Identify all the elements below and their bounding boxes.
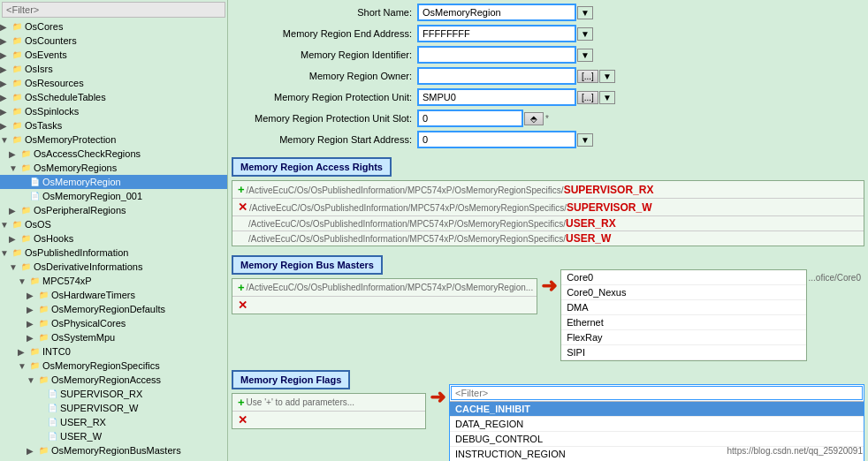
flags-remove-row: ✕ (232, 412, 425, 428)
sidebar-item-ossystemmpu[interactable]: ▶ 📁 OsSystemMpu (0, 330, 227, 344)
access-add-btn[interactable]: + (236, 182, 247, 197)
sidebar-item-oshardwaretimers[interactable]: ▶ 📁 OsHardwareTimers (0, 288, 227, 302)
access-remove-btn[interactable]: ✕ (236, 200, 249, 215)
sidebar-item-supervisor_w[interactable]: 📄 SUPERVISOR_W (0, 401, 227, 415)
folder-icon: 📁 (11, 20, 23, 33)
tree-item-label: OsTasks (25, 120, 62, 131)
filter-bar[interactable]: <Filter> (2, 2, 225, 18)
folder-icon: 📁 (19, 162, 32, 174)
sidebar-item-osresources[interactable]: ▶ 📁 OsResources (0, 76, 227, 90)
sidebar-item-osevents[interactable]: ▶ 📁 OsEvents (0, 48, 227, 62)
identifier-input-group: ▼ (417, 46, 864, 64)
sidebar-item-osmemoryregiondefaults[interactable]: ▶ 📁 OsMemoryRegionDefaults (0, 302, 227, 316)
bus-master-item-flexray[interactable]: FlexRay (561, 330, 805, 345)
flags-filter-input[interactable] (451, 386, 863, 400)
bus-masters-dropdown: Core0Core0_NexusDMAEthernetFlexRaySIPI (560, 269, 806, 361)
end-address-dropdown[interactable]: ▼ (577, 27, 593, 41)
bus-master-item-core0[interactable]: Core0 (561, 270, 805, 285)
bus-master-item-core0_nexus[interactable]: Core0_Nexus (561, 285, 805, 300)
sidebar-item-osmemoryregionspecifics[interactable]: ▼ 📁 OsMemoryRegionSpecifics (0, 359, 227, 373)
bus-master-add-btn[interactable]: + (236, 280, 247, 295)
sidebar-item-mpc574xp[interactable]: ▼ 📁 MPC574xP (0, 274, 227, 288)
tree-item-label: OsMemoryProtection (25, 134, 116, 145)
folder-icon: 📁 (11, 63, 23, 75)
sidebar-item-osmemoryregionaccess[interactable]: ▼ 📁 OsMemoryRegionAccess (0, 373, 227, 387)
toggle-icon: ▶ (27, 319, 37, 329)
bus-master-item-sipi[interactable]: SIPI (561, 345, 805, 360)
flags-arrow: ➜ (426, 365, 449, 409)
sidebar-item-oscounters[interactable]: ▶ 📁 OsCounters (0, 34, 227, 48)
identifier-input[interactable] (417, 46, 576, 64)
folder-icon: 📁 (11, 49, 23, 61)
access-path-1: /ActiveEcuC/Os/OsPublishedInformation/MP… (247, 184, 860, 196)
bus-master-path-row2: ✕ (232, 297, 537, 314)
bus-master-remove-btn[interactable]: ✕ (236, 298, 249, 313)
flag-item-data_region[interactable]: DATA_REGION (450, 417, 864, 432)
sidebar-item-osmemoryregions[interactable]: ▼ 📁 OsMemoryRegions (0, 161, 227, 175)
sidebar-item-user_w[interactable]: 📄 USER_W (0, 429, 227, 443)
short-name-label: Short Name: (232, 7, 417, 18)
flags-add-btn[interactable]: + (236, 395, 247, 410)
short-name-input[interactable] (417, 4, 576, 21)
protection-unit-input[interactable] (417, 88, 576, 106)
tree-item-label: OsMemoryRegionAccess (51, 374, 161, 385)
sidebar-item-osderivativeinfo[interactable]: ▼ 📁 OsDerivativeInformations (0, 260, 227, 274)
start-address-dropdown[interactable]: ▼ (577, 133, 593, 147)
sidebar-item-ospublishedinfo[interactable]: ▼ 📁 OsPublishedInformation (0, 246, 227, 260)
start-address-input[interactable] (417, 131, 576, 148)
sidebar-item-osperipheralregions[interactable]: ▶ 📁 OsPeripheralRegions (0, 203, 227, 217)
protection-unit-slot-stepper[interactable]: ⬘ (524, 112, 544, 125)
tree-item-label: OsPeripheralRegions (34, 205, 126, 215)
flag-item-debug_control[interactable]: DEBUG_CONTROL (450, 432, 864, 447)
sidebar-item-oscores[interactable]: ▶ 📁 OsCores (0, 19, 227, 34)
sidebar-item-osisrs[interactable]: ▶ 📁 OsIsrs (0, 62, 227, 76)
access-path-2: /ActiveEcuC/Os/OsPublishedInformation/MP… (249, 201, 860, 214)
bus-master-name: DMA (567, 302, 588, 313)
toggle-icon: ▶ (0, 93, 11, 102)
toggle-icon: ▶ (0, 79, 11, 88)
toggle-icon: ▶ (0, 36, 11, 46)
bus-master-item-dma[interactable]: DMA (561, 300, 805, 315)
tree-item-label: OsEvents (25, 49, 67, 60)
sidebar-item-osscheduletables[interactable]: ▶ 📁 OsScheduleTables (0, 90, 227, 104)
protection-unit-browse-btn[interactable]: [...] (577, 91, 598, 104)
sidebar-item-osphysicalcores[interactable]: ▶ 📁 OsPhysicalCores (0, 316, 227, 330)
sidebar-item-oshooks[interactable]: ▶ 📁 OsHooks (0, 231, 227, 246)
identifier-dropdown[interactable]: ▼ (577, 49, 593, 62)
sidebar-item-intc0[interactable]: ▶ 📁 INTC0 (0, 344, 227, 359)
owner-browse-btn[interactable]: [...] (577, 70, 598, 83)
protection-unit-slot-input[interactable] (417, 110, 523, 127)
sidebar-item-osmemoryprotection[interactable]: ▼ 📁 OsMemoryProtection (0, 132, 227, 147)
sidebar-item-osmemoryregion[interactable]: 📄 OsMemoryRegion (0, 175, 227, 189)
flag-name: DEBUG_CONTROL (455, 434, 543, 444)
sidebar-item-ostasks[interactable]: ▶ 📁 OsTasks (0, 118, 227, 132)
toggle-icon: ▼ (18, 361, 28, 371)
end-address-input[interactable] (417, 25, 576, 42)
protection-unit-dropdown[interactable]: ▼ (599, 91, 615, 104)
flags-add-row: + Use '+' to add parameters... (232, 394, 425, 412)
start-address-input-group: ▼ (417, 131, 864, 148)
bus-master-item-ethernet[interactable]: Ethernet (561, 315, 805, 330)
tree-item-label: OsDerivativeInformations (34, 261, 143, 272)
sidebar-item-user_rx[interactable]: 📄 USER_RX (0, 415, 227, 429)
owner-input[interactable] (417, 67, 576, 85)
tree-item-label: USER_RX (60, 417, 106, 427)
end-address-row: Memory Region End Address: ▼ (232, 25, 864, 42)
sidebar-item-osos[interactable]: ▼ 📁 OsOS (0, 217, 227, 231)
flags-remove-btn[interactable]: ✕ (236, 412, 249, 427)
owner-dropdown[interactable]: ▼ (599, 70, 615, 83)
flag-item-cache_inhibit[interactable]: CACHE_INHIBIT (450, 402, 864, 417)
flag-name: INSTRUCTION_REGION (455, 449, 566, 459)
short-name-dropdown[interactable]: ▼ (577, 6, 593, 19)
sidebar-item-supervisor_rx[interactable]: 📄 SUPERVISOR_RX (0, 387, 227, 401)
protection-unit-slot-row: Memory Region Protection Unit Slot: ⬘ * (232, 110, 864, 127)
sidebar-item-osspinlocks[interactable]: ▶ 📁 OsSpinlocks (0, 104, 227, 118)
toggle-icon: ▶ (9, 149, 19, 159)
sidebar-item-osaccesscheckregions[interactable]: ▶ 📁 OsAccessCheckRegions (0, 147, 227, 161)
toggle-icon: ▼ (9, 163, 19, 173)
folder-icon: 📁 (37, 444, 49, 457)
sidebar-item-osmemoryregion001[interactable]: 📄 OsMemoryRegion_001 (0, 189, 227, 203)
sidebar-item-osmemoryregionbusmasters[interactable]: ▶ 📁 OsMemoryRegionBusMasters (0, 443, 227, 457)
short-name-row: Short Name: ▼ (232, 4, 864, 21)
access-row-3: /ActiveEcuC/Os/OsPublishedInformation/MP… (232, 216, 864, 231)
